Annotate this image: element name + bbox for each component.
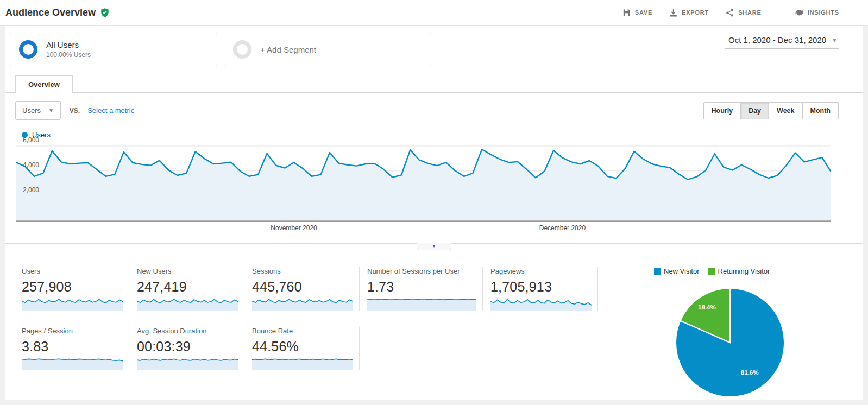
segment-subtitle: 100.00% Users [46, 51, 91, 59]
date-range-selector[interactable]: Oct 1, 2020 - Dec 31, 2020 ▼ [725, 34, 839, 49]
tab-strip: Overview [5, 72, 863, 93]
segment-bar: All Users 100.00% Users + Add Segment Oc… [5, 26, 863, 72]
chart-controls: Users ▼ vs. Select a metric Hourly Day W… [5, 101, 863, 120]
granularity-day[interactable]: Day [741, 102, 769, 119]
new-visitor-swatch-icon [654, 268, 661, 275]
y-tick-6000: 6,000 [23, 136, 39, 144]
metric-cards: Users 257,908 New Users 247,419 Sessions… [22, 267, 603, 400]
metric-card-avg-duration: Avg. Session Duration 00:03:39 [137, 327, 244, 370]
collapse-chart-button[interactable]: ▾ [417, 243, 451, 250]
segment-title: All Users [46, 40, 91, 49]
header-divider [778, 7, 778, 18]
metric-row-2: Pages / Session 3.83 Avg. Session Durati… [22, 327, 603, 370]
metric-card-sessions: Sessions 445,760 [252, 267, 360, 311]
metric-card-sessions-per-user: Number of Sessions per User 1.73 [367, 267, 483, 311]
svg-text:18.4%: 18.4% [698, 304, 716, 311]
chevron-down-icon: ▼ [832, 37, 838, 43]
pages-session-sparkline [22, 358, 123, 370]
legend-new-visitor: New Visitor [654, 267, 700, 275]
bounce-rate-sparkline [252, 358, 353, 370]
export-button[interactable]: EXPORT [669, 8, 709, 17]
users-timeseries-chart: 6,000 4,000 2,000 November 2020 December… [16, 141, 831, 237]
legend-returning-visitor: Returning Visitor [708, 267, 770, 275]
users-timeseries-svg [16, 141, 831, 223]
chart-legend: Users [22, 131, 863, 139]
save-button[interactable]: SAVE [622, 8, 652, 17]
share-icon [725, 8, 734, 17]
sessions-per-user-sparkline [367, 299, 476, 311]
add-segment-button[interactable]: + Add Segment [224, 33, 431, 66]
x-label-november: November 2020 [271, 224, 317, 232]
overview-panel: Users ▼ vs. Select a metric Hourly Day W… [5, 93, 863, 400]
insights-button[interactable]: INSIGHTS [795, 8, 839, 17]
date-range-text: Oct 1, 2020 - Dec 31, 2020 [728, 35, 826, 45]
pie-legend: New Visitor Returning Visitor [653, 267, 853, 275]
header-actions: SAVE EXPORT SHARE INSIGHTS [622, 7, 839, 18]
metric-card-pages-session: Pages / Session 3.83 [22, 327, 129, 370]
metric-dropdown[interactable]: Users ▼ [15, 101, 61, 120]
summary-section: Users 257,908 New Users 247,419 Sessions… [5, 251, 863, 400]
avg-duration-sparkline [137, 358, 238, 370]
metric-row-1: Users 257,908 New Users 247,419 Sessions… [22, 267, 603, 311]
segment-ring-icon [19, 40, 37, 59]
x-label-december: December 2020 [539, 224, 586, 232]
visitor-type-chart: New Visitor Returning Visitor 81.6%18.4% [653, 267, 853, 400]
add-segment-label: + Add Segment [260, 45, 316, 54]
select-metric-link[interactable]: Select a metric [87, 106, 134, 115]
report-header: Audience Overview SAVE EXPORT SHARE INSI… [0, 0, 868, 26]
chevron-down-icon: ▼ [48, 107, 54, 113]
save-icon [622, 8, 631, 17]
download-icon [669, 8, 678, 17]
pageviews-sparkline [490, 299, 592, 311]
granularity-week[interactable]: Week [769, 102, 802, 119]
vs-label: vs. [70, 107, 80, 115]
new-users-sparkline [137, 299, 238, 311]
y-tick-4000: 4,000 [23, 161, 39, 169]
tab-overview[interactable]: Overview [15, 75, 73, 93]
metric-card-bounce-rate: Bounce Rate 44.56% [252, 327, 360, 370]
sessions-sparkline [252, 299, 353, 311]
share-button[interactable]: SHARE [725, 8, 762, 17]
metric-card-users: Users 257,908 [22, 267, 129, 311]
users-sparkline [22, 299, 123, 311]
granularity-group: Hourly Day Week Month [703, 102, 839, 119]
insights-icon [795, 8, 804, 17]
granularity-month[interactable]: Month [803, 102, 839, 119]
granularity-hourly[interactable]: Hourly [703, 102, 741, 119]
metric-card-new-users: New Users 247,419 [137, 267, 244, 311]
add-segment-ring-icon [233, 40, 251, 59]
y-tick-2000: 2,000 [23, 186, 39, 194]
chart-footer-divider: ▾ [5, 243, 863, 251]
segment-all-users[interactable]: All Users 100.00% Users [10, 33, 217, 66]
page-title: Audience Overview [5, 7, 96, 18]
svg-text:81.6%: 81.6% [741, 369, 759, 376]
visitor-pie-svg: 81.6%18.4% [672, 285, 788, 400]
verified-shield-icon [100, 8, 110, 17]
metric-card-pageviews: Pageviews 1,705,913 [490, 267, 598, 311]
returning-visitor-swatch-icon [708, 268, 715, 275]
